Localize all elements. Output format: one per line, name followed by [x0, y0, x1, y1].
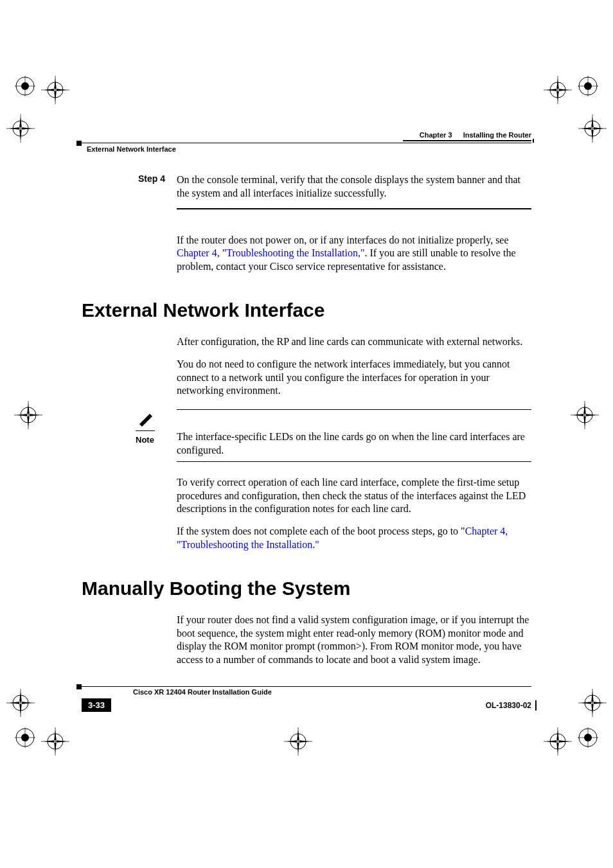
- note-icon-column: Note: [136, 414, 177, 445]
- chapter-number: Chapter 3: [420, 131, 452, 139]
- section-rule-block: [76, 141, 82, 146]
- step-4-text: On the console terminal, verify that the…: [177, 173, 531, 200]
- step-4-row: Step 4 On the console terminal, verify t…: [82, 173, 531, 200]
- registration-mark-right-middle: [571, 401, 599, 429]
- link-chapter-4-troubleshooting[interactable]: Chapter 4, "Troubleshooting the Installa…: [177, 247, 364, 258]
- pencil-icon: [138, 414, 154, 429]
- note-text: The interface-specific LEDs on the line …: [177, 414, 531, 457]
- note-block: Note The interface-specific LEDs on the …: [136, 409, 531, 462]
- footer-rule-block: [76, 684, 82, 689]
- page-content: Chapter 3 Installing the Router External…: [82, 128, 531, 676]
- footer-guide-title: Cisco XR 12404 Router Installation Guide: [133, 688, 531, 696]
- registration-mark-top-right-inner: [544, 76, 572, 104]
- paragraph-no-need: You do not need to configure the network…: [177, 358, 531, 398]
- paragraph-poweron: If the router does not power on, or if a…: [177, 234, 531, 274]
- registration-mark-bottom-center: [284, 727, 312, 756]
- footer-right-cap: [535, 700, 537, 711]
- page-footer: Cisco XR 12404 Router Installation Guide…: [82, 686, 531, 713]
- paragraph-manual-boot: If your router does not find a valid sys…: [177, 614, 531, 667]
- section-rule: [82, 143, 531, 143]
- text-before-link-2: If the system does not complete each of …: [177, 526, 465, 536]
- paragraph-after-config: After configuration, the RP and line car…: [177, 335, 531, 349]
- registration-mark-top-right-outer: [578, 76, 598, 96]
- registration-mark-bottom-right-inner: [544, 727, 572, 756]
- registration-mark-right-top-small: [578, 114, 607, 143]
- footer-rule: [82, 686, 531, 687]
- registration-mark-top-left-outer: [15, 76, 35, 96]
- registration-mark-left-bottom-small: [6, 689, 35, 717]
- step-4-label: Step 4: [82, 173, 177, 200]
- running-section-title: External Network Interface: [87, 145, 176, 153]
- chapter-breadcrumb: Chapter 3 Installing the Router: [420, 131, 531, 139]
- header-rule-cap: [533, 139, 534, 143]
- chapter-title: Installing the Router: [463, 131, 531, 139]
- registration-mark-left-top-small: [6, 114, 35, 143]
- registration-mark-left-middle: [14, 401, 42, 429]
- paragraph-boot: If the system does not complete each of …: [177, 525, 531, 552]
- registration-mark-bottom-right-outer: [578, 727, 598, 748]
- step-end-rule: [177, 208, 531, 209]
- page-number: 3-33: [82, 698, 111, 712]
- text-before-link: If the router does not power on, or if a…: [177, 235, 509, 245]
- note-label: Note: [136, 435, 177, 445]
- registration-mark-right-bottom-small: [578, 689, 607, 717]
- document-id: OL-13830-02: [486, 701, 531, 710]
- paragraph-verify: To verify correct operation of each line…: [177, 476, 531, 516]
- note-bottom-rule: [177, 461, 531, 462]
- note-icon-underline: [136, 430, 155, 431]
- heading-manually-booting: Manually Booting the System: [82, 578, 531, 599]
- heading-external-network-interface: External Network Interface: [82, 299, 531, 321]
- registration-mark-top-left-inner: [41, 76, 69, 104]
- registration-mark-bottom-left-outer: [15, 727, 35, 748]
- registration-mark-bottom-left-inner: [41, 727, 69, 756]
- header-rule: [403, 140, 531, 141]
